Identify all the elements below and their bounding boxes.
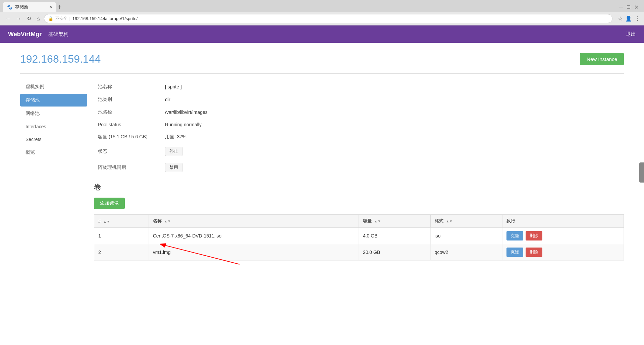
pool-info-table: 池名称 [ sprite ] 池类别 dir 池路径 /var/lib/libv… xyxy=(94,80,624,176)
browser-chrome: 🐾 存储池 × + ─ □ ✕ ← → ↻ ⌂ 🔓 不安全 | 192.168.… xyxy=(0,0,644,25)
menu-button[interactable]: ⋮ xyxy=(635,15,640,22)
back-button[interactable]: ← xyxy=(4,15,12,22)
col-num: # ▲▼ xyxy=(94,215,149,228)
tab-favicon: 🐾 xyxy=(7,4,12,10)
state-action: 停止 xyxy=(161,143,624,159)
row2-name: vm1.img xyxy=(149,244,359,261)
minimize-button[interactable]: ─ xyxy=(619,4,623,10)
active-tab[interactable]: 🐾 存储池 × xyxy=(3,2,56,12)
volumes-section-title: 卷 xyxy=(94,182,624,192)
main-content: 192.168.159.144 New Instance 虚机实例 存储池 网络… xyxy=(0,43,644,345)
page-title: 192.168.159.144 xyxy=(20,53,101,65)
sidebar: 虚机实例 存储池 网络池 Interfaces Secrets 概览 xyxy=(20,80,87,261)
col-format: 格式 ▲▼ xyxy=(430,215,502,228)
reload-button[interactable]: ↻ xyxy=(25,15,33,22)
new-tab-button[interactable]: + xyxy=(58,3,62,11)
row2-actions: 克隆 删除 xyxy=(502,244,624,261)
tab-bar: 🐾 存储池 × + ─ □ ✕ xyxy=(0,0,644,12)
pool-path-label: 池路径 xyxy=(94,106,161,119)
sidebar-item-network[interactable]: 网络池 xyxy=(20,107,87,120)
delete-button-row2[interactable]: 删除 xyxy=(526,248,542,257)
secure-label: 不安全 xyxy=(55,16,67,21)
toolbar-right: ☆ 👤 ⋮ xyxy=(618,15,640,22)
pool-path-value: /var/lib/libvirt/images xyxy=(161,106,624,119)
info-row-capacity: 容量 (15.1 GB / 5.6 GB) 用量: 37% xyxy=(94,131,624,143)
svg-line-1 xyxy=(166,246,239,264)
table-row: 2 vm1.img xyxy=(94,244,624,261)
address-bar: ← → ↻ ⌂ 🔓 不安全 | 192.168.159.144/storage/… xyxy=(0,12,644,25)
profile-button[interactable]: 👤 xyxy=(625,15,632,22)
row1-num: 1 xyxy=(94,228,149,244)
pool-type-value: dir xyxy=(161,93,624,106)
logout-button[interactable]: 退出 xyxy=(626,31,636,38)
sidebar-item-vm[interactable]: 虚机实例 xyxy=(20,80,87,93)
state-label: 状态 xyxy=(94,143,161,159)
tab-title: 存储池 xyxy=(15,4,47,10)
divider xyxy=(20,73,624,74)
bookmark-button[interactable]: ☆ xyxy=(618,15,623,22)
info-row-pool-status: Pool status Running normally xyxy=(94,119,624,131)
url-box[interactable]: 🔓 不安全 | 192.168.159.144/storage/1/sprite… xyxy=(44,14,612,23)
secure-icon: 🔓 xyxy=(48,16,53,21)
volumes-table-header: # ▲▼ 名称 ▲▼ 容量 ▲▼ 格式 ▲▼ xyxy=(94,215,624,228)
sidebar-item-secrets[interactable]: Secrets xyxy=(20,133,87,145)
content-layout: 虚机实例 存储池 网络池 Interfaces Secrets 概览 xyxy=(20,80,624,261)
info-row-pool-type: 池类别 dir xyxy=(94,93,624,106)
home-button[interactable]: ⌂ xyxy=(35,15,41,22)
autostart-label: 随物理机同启 xyxy=(94,159,161,176)
sidebar-item-interfaces[interactable]: Interfaces xyxy=(20,121,87,133)
info-row-pool-path: 池路径 /var/lib/libvirt/images xyxy=(94,106,624,119)
url-text: 192.168.159.144/storage/1/sprite/ xyxy=(72,16,138,21)
info-row-autostart: 随物理机同启 禁用 xyxy=(94,159,624,176)
info-row-pool-name: 池名称 [ sprite ] xyxy=(94,80,624,93)
clone-button-row1[interactable]: 克隆 xyxy=(506,231,523,240)
app-nav: 基础架构 xyxy=(48,31,68,38)
page-header: 192.168.159.144 New Instance xyxy=(20,53,624,65)
num-sort-icon[interactable]: ▲▼ xyxy=(103,220,110,223)
volumes-table: # ▲▼ 名称 ▲▼ 容量 ▲▼ 格式 ▲▼ xyxy=(94,214,624,261)
forward-button[interactable]: → xyxy=(15,15,23,22)
name-sort-icon[interactable]: ▲▼ xyxy=(164,219,171,223)
col-size: 容量 ▲▼ xyxy=(359,215,430,228)
new-instance-button[interactable]: New Instance xyxy=(580,53,624,65)
app-header: WebVirtMgr 基础架构 退出 xyxy=(0,25,644,43)
row2-size: 20.0 GB xyxy=(359,244,430,261)
capacity-label: 容量 (15.1 GB / 5.6 GB) xyxy=(94,131,161,143)
disable-button[interactable]: 禁用 xyxy=(165,163,182,172)
delete-button-row1[interactable]: 删除 xyxy=(526,231,542,240)
table-row: 1 CentOS-7-x86_64-DVD-1511.iso 4.0 GB is… xyxy=(94,228,624,244)
row1-size: 4.0 GB xyxy=(359,228,430,244)
col-action: 执行 xyxy=(502,215,624,228)
url-separator: | xyxy=(69,16,70,21)
nav-infrastructure[interactable]: 基础架构 xyxy=(48,31,68,38)
window-controls: ─ □ ✕ xyxy=(619,4,641,10)
row2-num: 2 xyxy=(94,244,149,261)
col-name: 名称 ▲▼ xyxy=(149,215,359,228)
clone-button-row2[interactable]: 克隆 xyxy=(506,248,523,257)
app-logo: WebVirtMgr xyxy=(8,31,42,38)
row1-name: CentOS-7-x86_64-DVD-1511.iso xyxy=(149,228,359,244)
pool-status-label: Pool status xyxy=(94,119,161,131)
row1-actions: 克隆 删除 xyxy=(502,228,624,244)
tab-close-icon[interactable]: × xyxy=(49,4,52,10)
sidebar-item-overview[interactable]: 概览 xyxy=(20,146,87,159)
info-row-state: 状态 停止 xyxy=(94,143,624,159)
row2-format: qcow2 xyxy=(430,244,502,261)
autostart-action: 禁用 xyxy=(161,159,624,176)
stop-button[interactable]: 停止 xyxy=(165,147,182,156)
pool-status-value: Running normally xyxy=(161,119,624,131)
size-sort-icon[interactable]: ▲▼ xyxy=(374,219,381,223)
right-edge-tab[interactable] xyxy=(639,162,644,183)
capacity-value: 用量: 37% xyxy=(161,131,624,143)
pool-name-label: 池名称 xyxy=(94,80,161,93)
sidebar-item-storage[interactable]: 存储池 xyxy=(20,94,87,107)
close-window-button[interactable]: ✕ xyxy=(634,4,639,10)
pool-name-value: [ sprite ] xyxy=(161,80,624,93)
info-section: 池名称 [ sprite ] 池类别 dir 池路径 /var/lib/libv… xyxy=(87,80,624,261)
pool-type-label: 池类别 xyxy=(94,93,161,106)
format-sort-icon[interactable]: ▲▼ xyxy=(446,219,452,223)
maximize-button[interactable]: □ xyxy=(627,4,630,10)
add-image-button[interactable]: 添加镜像 xyxy=(94,198,125,209)
row1-format: iso xyxy=(430,228,502,244)
